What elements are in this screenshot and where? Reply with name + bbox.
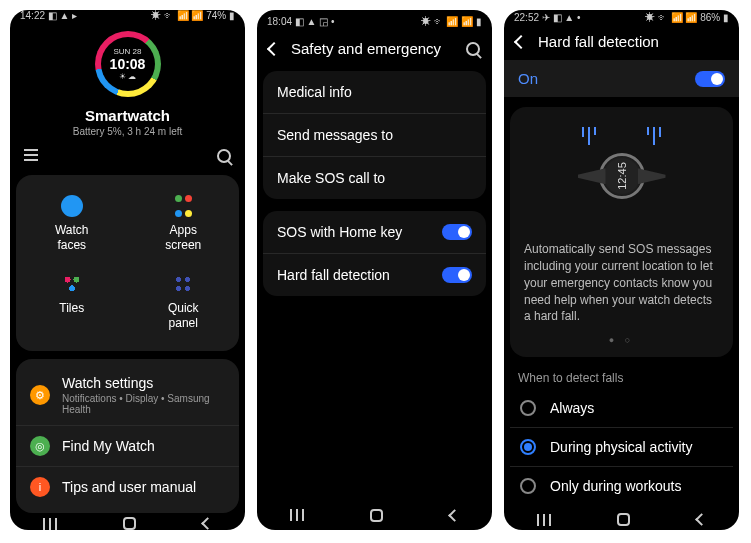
screen-safety-emergency: 18:04 ◧ ▲ ◲ • ✴ ᯤ 📶 📶 ▮ Safety and emerg… xyxy=(257,10,492,530)
nav-recents[interactable] xyxy=(537,514,551,526)
tile-label: Quick panel xyxy=(168,301,199,331)
item-title: Tips and user manual xyxy=(62,479,225,495)
location-icon: ◎ xyxy=(30,436,50,456)
row-label: Hard fall detection xyxy=(277,267,442,283)
toggle-hard-fall[interactable] xyxy=(442,267,472,283)
status-right: ✴ ᯤ 📶 📶 74% ▮ xyxy=(151,10,235,21)
radio-label: During physical activity xyxy=(550,439,692,455)
search-icon[interactable] xyxy=(466,42,480,56)
watchface-day: SUN 28 xyxy=(113,47,141,56)
menu-icon[interactable] xyxy=(24,149,38,163)
status-bar: 14:22 ◧ ▲ ▸ ✴ ᯤ 📶 📶 74% ▮ xyxy=(10,10,245,21)
radio-during-activity[interactable]: During physical activity xyxy=(510,428,733,467)
row-send-messages-to[interactable]: Send messages to xyxy=(263,114,486,157)
watch-face-icon xyxy=(61,195,83,217)
master-toggle-row[interactable]: On xyxy=(504,60,739,97)
tile-watch-faces[interactable]: Watch faces xyxy=(16,185,128,263)
row-label: Medical info xyxy=(277,84,472,100)
watchface-preview[interactable]: SUN 28 10:08 ☀ ☁ xyxy=(95,31,161,97)
row-hard-fall-detection[interactable]: Hard fall detection xyxy=(263,254,486,296)
nav-bar xyxy=(257,500,492,530)
settings-list-card: ⚙ Watch settings Notifications • Display… xyxy=(16,359,239,513)
quick-panel-icon xyxy=(172,273,194,295)
item-find-my-watch[interactable]: ◎ Find My Watch xyxy=(16,426,239,467)
screen-wearable-home: 14:22 ◧ ▲ ▸ ✴ ᯤ 📶 📶 74% ▮ SUN 28 10:08 ☀… xyxy=(10,10,245,530)
tile-label: Tiles xyxy=(59,301,84,316)
description-card: 12:45 Automatically send SOS messages in… xyxy=(510,107,733,357)
nav-bar xyxy=(504,509,739,530)
row-medical-info[interactable]: Medical info xyxy=(263,71,486,114)
tiles-icon xyxy=(61,273,83,295)
description-text: Automatically send SOS messages includin… xyxy=(524,241,719,325)
device-header: SUN 28 10:08 ☀ ☁ Smartwatch Battery 5%, … xyxy=(10,21,245,143)
group-contacts: Medical info Send messages to Make SOS c… xyxy=(263,71,486,199)
status-time: 22:52 ✈ ◧ ▲ • xyxy=(514,12,581,23)
tile-quick-panel[interactable]: Quick panel xyxy=(128,263,240,341)
device-name: Smartwatch xyxy=(85,107,170,124)
tile-tiles[interactable]: Tiles xyxy=(16,263,128,341)
item-watch-settings[interactable]: ⚙ Watch settings Notifications • Display… xyxy=(16,365,239,426)
search-icon[interactable] xyxy=(217,149,231,163)
row-sos-home-key[interactable]: SOS with Home key xyxy=(263,211,486,254)
nav-recents[interactable] xyxy=(290,509,304,521)
nav-recents[interactable] xyxy=(43,518,57,530)
toolbar xyxy=(10,143,245,171)
radio-icon xyxy=(520,439,536,455)
status-bar: 18:04 ◧ ▲ ◲ • ✴ ᯤ 📶 📶 ▮ xyxy=(257,10,492,32)
row-make-sos-call-to[interactable]: Make SOS call to xyxy=(263,157,486,199)
apps-icon xyxy=(172,195,194,217)
tile-label: Watch faces xyxy=(55,223,89,253)
status-right: ✴ ᯤ 📶 📶 ▮ xyxy=(421,16,482,27)
radio-only-workouts[interactable]: Only during workouts xyxy=(510,467,733,505)
radio-label: Only during workouts xyxy=(550,478,682,494)
row-label: Make SOS call to xyxy=(277,170,472,186)
item-subtitle: Notifications • Display • Samsung Health xyxy=(62,393,225,415)
radio-icon xyxy=(520,478,536,494)
toggle-sos-home-key[interactable] xyxy=(442,224,472,240)
tile-apps-screen[interactable]: Apps screen xyxy=(128,185,240,263)
screen-hard-fall-detection: 22:52 ✈ ◧ ▲ • ✴ ᯤ 📶 📶 86% ▮ Hard fall de… xyxy=(504,10,739,530)
tile-label: Apps screen xyxy=(165,223,201,253)
battery-status: Battery 5%, 3 h 24 m left xyxy=(73,126,183,137)
row-label: SOS with Home key xyxy=(277,224,442,240)
section-subhead: When to detect falls xyxy=(504,361,739,389)
radio-group-when: Always During physical activity Only dur… xyxy=(504,389,739,509)
page-dots: ● ○ xyxy=(524,335,719,345)
status-right: ✴ ᯤ 📶 📶 86% ▮ xyxy=(645,12,729,23)
status-time: 14:22 ◧ ▲ ▸ xyxy=(20,10,77,21)
row-label: Send messages to xyxy=(277,127,472,143)
page-title: Hard fall detection xyxy=(538,33,727,50)
radio-icon xyxy=(520,400,536,416)
back-icon[interactable] xyxy=(267,41,281,55)
status-bar: 22:52 ✈ ◧ ▲ • ✴ ᯤ 📶 📶 86% ▮ xyxy=(504,10,739,25)
nav-bar xyxy=(10,517,245,530)
item-tips-manual[interactable]: i Tips and user manual xyxy=(16,467,239,507)
status-time: 18:04 ◧ ▲ ◲ • xyxy=(267,16,335,27)
page-header: Hard fall detection xyxy=(504,25,739,58)
watch-icon: 12:45 xyxy=(599,153,645,199)
item-title: Find My Watch xyxy=(62,438,225,454)
nav-back[interactable] xyxy=(448,509,461,522)
watchface-time: 10:08 xyxy=(110,56,146,72)
gear-icon: ⚙ xyxy=(30,385,50,405)
radio-always[interactable]: Always xyxy=(510,389,733,428)
illus-watch-time: 12:45 xyxy=(616,162,628,190)
quick-tiles-card: Watch faces Apps screen Tiles Quick pane… xyxy=(16,175,239,351)
on-label: On xyxy=(518,70,695,87)
page-title: Safety and emergency xyxy=(291,40,454,57)
nav-back[interactable] xyxy=(201,517,214,530)
nav-back[interactable] xyxy=(695,513,708,526)
group-toggles: SOS with Home key Hard fall detection xyxy=(263,211,486,296)
item-title: Watch settings xyxy=(62,375,225,391)
nav-home[interactable] xyxy=(123,517,136,530)
back-icon[interactable] xyxy=(514,35,528,49)
nav-home[interactable] xyxy=(617,513,630,526)
watchface-sub: ☀ ☁ xyxy=(119,72,136,81)
radio-label: Always xyxy=(550,400,594,416)
watch-illustration: 12:45 xyxy=(524,121,719,231)
nav-home[interactable] xyxy=(370,509,383,522)
page-header: Safety and emergency xyxy=(257,32,492,65)
toggle-master[interactable] xyxy=(695,71,725,87)
info-icon: i xyxy=(30,477,50,497)
